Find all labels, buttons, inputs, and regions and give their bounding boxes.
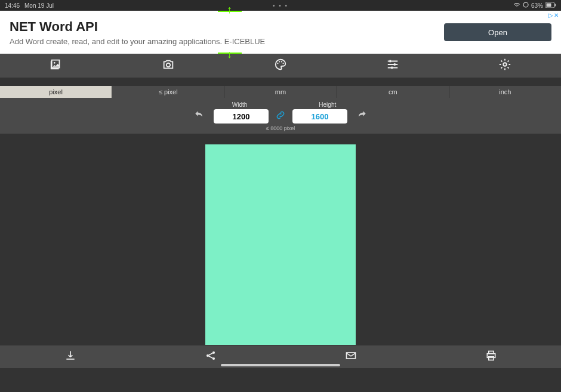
svg-point-0 — [523, 2, 528, 7]
svg-rect-10 — [390, 60, 392, 63]
bottom-toolbar — [0, 345, 561, 368]
tab-camera[interactable] — [112, 54, 224, 78]
tutorial-arrow-down-icon: ↓ — [227, 48, 232, 61]
tutorial-arrow-up-icon: ↑ — [227, 4, 232, 16]
ad-banner[interactable]: ↑ NET Word API Add Word create, read, an… — [0, 11, 561, 54]
svg-point-4 — [54, 62, 56, 64]
tab-color[interactable] — [224, 54, 337, 78]
download-button[interactable] — [0, 345, 140, 368]
status-date: Mon 19 Jul — [24, 2, 54, 9]
aspect-lock-button[interactable] — [273, 109, 288, 124]
sliders-icon — [386, 58, 399, 73]
tutorial-highlight-line — [218, 53, 242, 54]
wifi-icon — [513, 2, 520, 9]
print-button[interactable] — [421, 345, 561, 368]
gear-icon — [498, 58, 511, 73]
dimension-hint: ≤ 8000 pixel — [0, 125, 561, 131]
unit-label: ≤ pixel — [159, 88, 178, 95]
height-input[interactable] — [292, 109, 347, 124]
share-icon — [205, 350, 217, 364]
unit-tab-pixel[interactable]: pixel — [0, 86, 112, 98]
ad-open-button[interactable]: Open — [444, 23, 551, 41]
svg-point-9 — [282, 63, 283, 64]
tab-settings[interactable] — [449, 54, 561, 78]
svg-point-13 — [503, 63, 507, 66]
print-icon — [485, 350, 497, 364]
home-indicator[interactable] — [221, 364, 340, 366]
battery-icon — [545, 2, 556, 9]
width-label: Width — [232, 101, 248, 108]
unit-tab-cm[interactable]: cm — [337, 86, 449, 98]
image-icon — [50, 58, 63, 73]
width-input[interactable] — [214, 109, 269, 124]
tool-tabs — [0, 54, 561, 78]
ad-open-label: Open — [488, 28, 507, 37]
tab-adjust[interactable] — [337, 54, 449, 78]
canvas-area — [0, 134, 561, 345]
ad-close-icon[interactable]: ✕ — [554, 12, 559, 18]
dimension-controls: Width Height ≤ 8000 pixel — [0, 98, 561, 134]
email-icon — [345, 350, 357, 364]
svg-rect-3 — [555, 4, 556, 6]
svg-point-7 — [279, 61, 280, 62]
ad-subtitle: Add Word create, read, and edit to your … — [10, 37, 444, 46]
camera-icon — [162, 58, 175, 73]
svg-point-5 — [167, 63, 170, 67]
undo-icon — [193, 113, 205, 123]
divider — [0, 78, 561, 86]
unit-label: mm — [275, 88, 286, 95]
unit-tab-lte-pixel[interactable]: ≤ pixel — [112, 86, 224, 98]
redo-icon — [356, 113, 368, 123]
height-label: Height — [319, 101, 336, 108]
svg-point-6 — [277, 63, 278, 64]
orientation-lock-icon — [523, 2, 529, 9]
svg-rect-2 — [547, 3, 551, 7]
svg-rect-12 — [391, 67, 393, 69]
battery-percent: 63% — [531, 2, 543, 9]
unit-tab-inch[interactable]: inch — [449, 86, 561, 98]
palette-icon — [274, 58, 287, 73]
download-icon — [64, 350, 76, 364]
multitask-dots: • • • — [273, 2, 288, 9]
unit-tabs: pixel ≤ pixel mm cm inch — [0, 86, 561, 98]
unit-label: inch — [499, 88, 511, 95]
unit-label: pixel — [49, 88, 63, 95]
unit-tab-mm[interactable]: mm — [224, 86, 337, 98]
unit-label: cm — [389, 88, 397, 95]
adchoices-icon: ▷ — [548, 12, 553, 18]
ad-choices[interactable]: ▷✕ — [548, 12, 559, 18]
status-bar: 14:46 Mon 19 Jul • • • 63% — [0, 0, 561, 11]
link-icon — [275, 110, 286, 123]
status-time: 14:46 — [5, 2, 20, 9]
svg-rect-11 — [394, 63, 396, 66]
ad-title: NET Word API — [10, 19, 444, 35]
undo-button[interactable] — [190, 109, 209, 124]
redo-button[interactable] — [352, 109, 371, 124]
canvas-preview[interactable] — [205, 144, 356, 345]
svg-point-8 — [281, 61, 282, 62]
tab-gallery[interactable] — [0, 54, 112, 78]
